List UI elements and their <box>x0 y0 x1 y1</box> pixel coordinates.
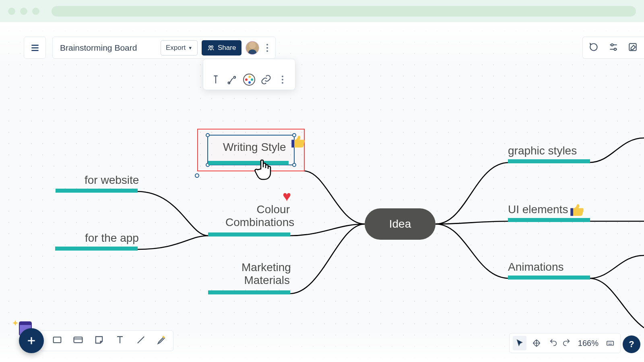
pointer-cursor-icon <box>254 157 274 181</box>
heart-icon: ♥ <box>283 188 291 205</box>
undo-button[interactable] <box>549 338 558 348</box>
node-label-animations: Animations <box>508 261 564 274</box>
zoom-level[interactable]: 166% <box>576 339 600 348</box>
node-label-writing-style: Writing Style <box>223 141 286 154</box>
line-tool-icon[interactable] <box>135 334 147 347</box>
address-bar[interactable] <box>52 6 636 16</box>
bottom-right-controls: 166% <box>509 333 621 353</box>
comments-icon[interactable] <box>589 42 599 54</box>
node-label-marketing-materials: Marketing Materials <box>242 261 290 287</box>
node-label-ui-elements: UI elements <box>508 203 568 216</box>
selected-node-writing-style[interactable]: Writing Style <box>197 129 305 171</box>
title-bar: Brainstorming Board Export ▼ Share <box>52 37 276 59</box>
node-colour-combinations[interactable]: Colour Combinations <box>225 203 290 229</box>
node-label-for-website: for website <box>85 174 137 187</box>
help-button[interactable]: ? <box>623 335 640 353</box>
svg-point-4 <box>611 43 613 45</box>
node-animations[interactable]: Animations <box>508 261 564 274</box>
underline-ui <box>508 218 590 222</box>
rectangle-tool-icon[interactable] <box>52 334 63 347</box>
context-toolbar <box>203 59 295 90</box>
caret-down-icon: ▼ <box>188 45 192 50</box>
svg-rect-12 <box>607 341 614 345</box>
node-label-for-the-app: for the app <box>85 232 137 245</box>
underline-writing-style <box>208 161 289 165</box>
top-left-toolbar: Brainstorming Board Export ▼ Share <box>24 37 276 59</box>
node-label-colour-combinations: Colour Combinations <box>225 203 290 229</box>
thumbs-up-icon <box>568 201 585 218</box>
node-ui-elements[interactable]: UI elements <box>508 203 568 216</box>
keyboard-shortcuts-button[interactable] <box>603 339 617 348</box>
browser-chrome <box>0 0 644 22</box>
connector-icon[interactable] <box>225 72 240 87</box>
node-label-graphic-styles: graphic styles <box>508 144 577 157</box>
share-label: Share <box>218 44 236 52</box>
node-for-website[interactable]: for website <box>85 174 137 187</box>
undo-redo-group <box>547 338 573 348</box>
link-icon[interactable] <box>258 72 274 87</box>
text-edit-icon[interactable] <box>208 72 223 87</box>
node-for-the-app[interactable]: for the app <box>85 232 137 245</box>
bottom-left-toolbox <box>19 328 173 353</box>
pointer-mode-button[interactable] <box>513 336 526 350</box>
svg-point-3 <box>211 45 213 47</box>
add-shape-fab[interactable] <box>19 328 44 353</box>
top-right-toolbar <box>582 37 644 59</box>
edit-note-icon[interactable] <box>627 42 638 54</box>
card-tool-icon[interactable] <box>72 334 84 347</box>
svg-rect-11 <box>74 337 83 343</box>
central-node-idea[interactable]: Idea <box>365 208 436 240</box>
more-options-button[interactable] <box>263 44 271 52</box>
people-icon <box>207 44 215 51</box>
svg-rect-8 <box>19 322 31 325</box>
canvas[interactable]: Idea Writing Style Colour Combinations ♥… <box>0 22 644 362</box>
color-palette-icon[interactable] <box>242 72 257 87</box>
more-icon[interactable] <box>275 72 290 87</box>
underline-for-the-app <box>55 247 138 251</box>
resize-handle-nw[interactable] <box>206 133 210 137</box>
traffic-light-min[interactable] <box>20 8 27 15</box>
export-button[interactable]: Export ▼ <box>161 40 198 56</box>
pan-mode-button[interactable] <box>530 339 543 348</box>
underline-marketing <box>208 290 290 294</box>
traffic-light-max[interactable] <box>32 8 39 15</box>
thumbs-up-icon <box>289 133 306 150</box>
underline-for-website <box>56 189 138 193</box>
underline-animations <box>508 276 590 280</box>
svg-point-2 <box>209 45 211 47</box>
central-node-label: Idea <box>389 218 411 230</box>
svg-point-1 <box>234 76 236 78</box>
hamburger-menu-button[interactable] <box>24 37 46 59</box>
settings-sliders-icon[interactable] <box>608 42 619 54</box>
resize-handle-se[interactable] <box>292 163 296 167</box>
svg-rect-10 <box>54 337 61 343</box>
node-graphic-styles[interactable]: graphic styles <box>508 144 577 157</box>
underline-graphic <box>508 159 590 163</box>
help-label: ? <box>629 339 634 350</box>
sticky-note-tool-icon[interactable] <box>93 334 105 347</box>
traffic-light-close[interactable] <box>8 8 15 15</box>
text-tool-icon[interactable] <box>114 334 126 347</box>
highlighter-tool-icon[interactable] <box>156 334 167 347</box>
share-button[interactable]: Share <box>202 40 242 56</box>
node-marketing-materials[interactable]: Marketing Materials <box>242 261 290 287</box>
underline-colour <box>208 232 290 237</box>
collaborator-avatar[interactable] <box>246 41 259 55</box>
board-title[interactable]: Brainstorming Board <box>60 43 157 53</box>
shape-toolbox <box>40 330 173 351</box>
export-label: Export <box>166 44 186 52</box>
rotate-handle[interactable] <box>195 173 199 178</box>
redo-button[interactable] <box>562 338 571 348</box>
svg-point-5 <box>614 48 616 50</box>
